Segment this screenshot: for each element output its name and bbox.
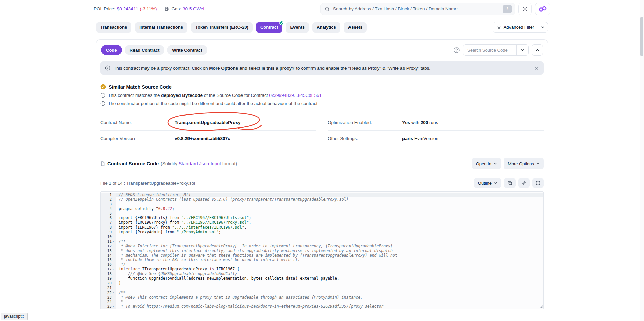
address-tabs: Transactions Internal Transactions Token… [96, 22, 548, 33]
scrollbar-thumb[interactable] [640, 17, 643, 56]
fold-toggle-icon[interactable]: ▾ [112, 304, 115, 309]
code-tab-button[interactable]: Code [101, 45, 122, 55]
pol-price-change: (-3.11%) [140, 6, 157, 11]
file-1-header: File 1 of 14 : TransparentUpgradeablePro… [100, 178, 544, 188]
global-search[interactable]: / [320, 3, 515, 15]
write-contract-button[interactable]: Write Contract [167, 45, 207, 55]
resize-grip-icon[interactable] [539, 305, 543, 308]
fold-toggle-icon[interactable]: ▾ [112, 291, 115, 295]
gas-label: Gas: [171, 6, 181, 11]
copy-icon [507, 181, 512, 185]
code-line: 24 * [101, 300, 543, 304]
similar-match-section: Similar Match Source Code This contract … [100, 84, 544, 106]
file-1-label: File 1 of 14 : TransparentUpgradeablePro… [100, 181, 195, 186]
close-icon[interactable] [534, 66, 539, 71]
tab-assets[interactable]: Assets [344, 22, 367, 33]
source-code-search [463, 44, 529, 56]
search-input[interactable] [333, 6, 500, 11]
permalink-button[interactable] [518, 178, 530, 188]
search-next-button[interactable] [516, 45, 528, 55]
gas-tracker: Gas: 30.5 GWei [165, 6, 204, 11]
advanced-filter-dropdown-button[interactable] [538, 22, 548, 32]
slash-shortcut-key: / [503, 5, 512, 13]
similar-match-title: Similar Match Source Code [109, 84, 172, 90]
proxy-notice-banner: This contract may be a proxy contract. C… [100, 61, 544, 75]
outline-button[interactable]: Outline [474, 178, 501, 188]
theme-toggle-button[interactable] [518, 3, 532, 15]
fold-toggle-icon[interactable]: ▾ [112, 239, 115, 244]
code-line: 25▾ * To avoid https://medium.com/nomic-… [101, 304, 543, 309]
standard-json-input-link[interactable]: Standard Json-Input [179, 161, 221, 166]
fullscreen-button[interactable] [532, 178, 544, 188]
chevron-down-icon [520, 48, 525, 52]
matched-contract-link[interactable]: 0x39994839...845CbE561 [269, 93, 322, 98]
optimization-label: Optimization Enabled: [328, 120, 402, 125]
search-source-code-input[interactable] [463, 45, 516, 55]
tab-transactions[interactable]: Transactions [96, 22, 131, 33]
search-icon [325, 6, 330, 12]
info-icon [105, 65, 110, 71]
polygon-logo-button[interactable] [535, 3, 550, 15]
code-line: 12 * @dev Interface for {TransparentUpgr… [101, 244, 543, 249]
other-settings-label: Other Settings: [328, 136, 402, 141]
gas-pump-icon [165, 6, 170, 11]
pol-price-value[interactable]: $0.243411 [117, 6, 138, 11]
code-line: 8import {IERC1967} from "../../interface… [101, 225, 543, 230]
contract-name-label: Contract Name: [100, 120, 175, 125]
advanced-filter-button[interactable]: Advanced Filter [493, 22, 538, 32]
compiler-version-label: Compiler Version [100, 136, 175, 141]
expand-icon [536, 181, 540, 185]
contract-name-row: Contract Name: TransparentUpgradeablePro… [100, 115, 316, 131]
code-line: 21 [101, 286, 543, 291]
top-bar: POL Price: $0.243411 (-3.11%) Gas: 30.5 … [0, 0, 644, 18]
code-line: 15 * include them in the ABI so this int… [101, 258, 543, 262]
tab-contract[interactable]: Contract [256, 22, 282, 33]
code-editor-file-1[interactable]: 1// SPDX-License-Identifier: MIT2// Open… [100, 191, 544, 309]
polygon-logo-icon [538, 5, 547, 13]
compiler-version-value: v0.8.29+commit.ab55807c [175, 136, 230, 141]
read-contract-button[interactable]: Read Contract [125, 45, 165, 55]
more-options-button[interactable]: More Options [504, 158, 544, 169]
tab-token-transfers[interactable]: Token Transfers (ERC-20) [191, 22, 253, 33]
code-line: 22▾/** [101, 291, 543, 295]
code-line: 1// SPDX-License-Identifier: MIT [101, 193, 543, 197]
code-line: 6import {ERC1967Utils} from "../ERC1967/… [101, 216, 543, 220]
source-format: (Solidity Standard Json-Input format) [161, 161, 237, 166]
collapse-section-button[interactable] [532, 44, 543, 56]
code-line: 10 [101, 235, 543, 239]
chevron-down-icon [494, 162, 497, 165]
code-line: 4pragma solidity ^0.8.22; [101, 207, 543, 211]
compiler-version-row: Compiler Version v0.8.29+commit.ab55807c [100, 131, 316, 146]
sun-icon [522, 6, 528, 12]
gas-value[interactable]: 30.5 GWei [183, 6, 204, 11]
contract-card: Code Read Contract Write Contract [96, 39, 548, 321]
chevron-up-icon [535, 48, 540, 52]
chevron-down-icon [494, 181, 497, 185]
open-in-button[interactable]: Open In [472, 158, 501, 169]
code-line: 7import {ERC1967Proxy} from "../ERC1967/… [101, 220, 543, 225]
code-line: 5 [101, 211, 543, 216]
code-line: 14 * mechanism. The compiler is unaware … [101, 253, 543, 258]
fold-toggle-icon[interactable]: ▾ [112, 267, 115, 272]
help-icon[interactable] [453, 47, 460, 53]
amber-check-icon [100, 84, 106, 90]
tab-events[interactable]: Events [286, 22, 309, 33]
contract-name-value: TransparentUpgradeableProxy [175, 120, 241, 125]
status-bar-link-preview: javascript:; [1, 313, 28, 320]
page-scrollbar[interactable] [640, 0, 644, 321]
code-line: 16 */ [101, 262, 543, 267]
pol-price: POL Price: $0.243411 (-3.11%) [94, 6, 157, 11]
copy-source-button[interactable] [504, 178, 516, 188]
source-code-header: Contract Source Code (Solidity Standard … [100, 158, 544, 169]
constructor-warning-text: The constructor portion of the code migh… [108, 101, 317, 106]
code-line: 19 function upgradeToAndCall(address new… [101, 276, 543, 281]
source-code-title: Contract Source Code [107, 161, 159, 166]
bytecode-match-text: This contract matches the deployed Bytec… [108, 93, 322, 98]
tab-analytics[interactable]: Analytics [312, 22, 340, 33]
code-line: 20} [101, 281, 543, 286]
contract-subnav: Code Read Contract Write Contract [101, 44, 543, 56]
contract-metadata: Contract Name: TransparentUpgradeablePro… [100, 115, 544, 146]
verified-check-icon [279, 21, 284, 25]
code-line: 9import {ProxyAdmin} from "./ProxyAdmin.… [101, 230, 543, 235]
tab-internal-transactions[interactable]: Internal Transactions [135, 22, 187, 33]
